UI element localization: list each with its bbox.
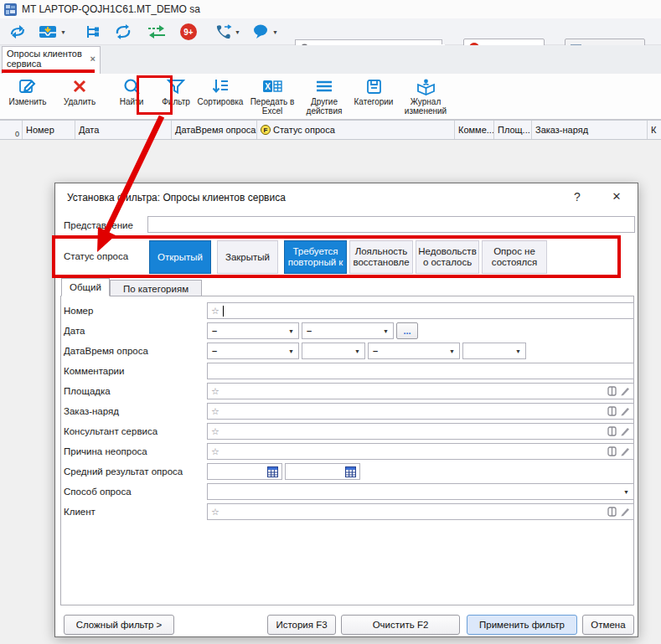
client-label: Клиент <box>64 507 96 517</box>
dialog-title: Установка фильтра: Опросы клиентов серви… <box>67 192 286 204</box>
transfer-button[interactable] <box>147 22 167 42</box>
avg-from-input[interactable] <box>207 463 282 480</box>
column-header-number[interactable]: Номер <box>23 121 75 139</box>
field-row-number: Номер ☆ <box>61 302 633 321</box>
noreason-input[interactable]: ☆ <box>207 443 634 460</box>
number-input[interactable]: ☆ <box>207 302 634 319</box>
tab-band: Опросы клиентов сервиса × <box>0 45 661 74</box>
consultant-input[interactable]: ☆ <box>207 423 634 440</box>
inbox-icon <box>38 23 58 40</box>
field-row-datetime: ДатаВремя опроса – ▼ ▼ – ▼ ▼ <box>61 343 633 361</box>
combo-value: – <box>212 346 217 356</box>
comments-input[interactable] <box>207 363 634 379</box>
filter-form-panel: Номер ☆ Дата – ▼ – ▼ ... ДатаВр <box>60 296 634 605</box>
client-input[interactable]: ☆ <box>207 503 634 520</box>
cancel-label: Отмена <box>591 620 625 630</box>
main-toolbar: ▼ 9+ ▼ <box>0 18 661 45</box>
lookup-icon[interactable] <box>607 507 617 517</box>
chevron-down-icon: ▼ <box>288 348 294 354</box>
tab-general[interactable]: Общий <box>61 278 110 296</box>
combo-value: – <box>212 326 217 336</box>
site-input[interactable]: ☆ <box>207 383 634 399</box>
tab-close-icon[interactable]: × <box>90 54 96 64</box>
export-excel-button[interactable]: X Передать в Excel <box>245 75 299 116</box>
refresh-button[interactable] <box>114 22 132 42</box>
field-row-client: Клиент ☆ <box>61 503 633 522</box>
view-label: Представление <box>64 220 133 230</box>
change-log-label: Журнал изменений <box>399 97 452 116</box>
star-icon: ☆ <box>211 446 219 457</box>
column-header-status[interactable]: F Статус опроса <box>257 121 455 139</box>
annotation-filter-button-box <box>137 75 173 115</box>
calculator-icon[interactable] <box>345 466 356 477</box>
cancel-button[interactable]: Отмена <box>582 615 634 635</box>
tab-by-categories[interactable]: По категориям <box>110 280 202 297</box>
order-input[interactable]: ☆ <box>207 403 634 420</box>
history-button[interactable]: История F3 <box>267 615 336 635</box>
column-header-order[interactable]: Заказ-наряд <box>532 121 648 139</box>
dialog-help-button[interactable]: ? <box>569 190 586 204</box>
lookup-icon[interactable] <box>607 406 617 416</box>
notification-badge: 9+ <box>180 23 197 40</box>
chevron-down-icon: ▼ <box>515 348 521 354</box>
history-label: История F3 <box>276 620 327 630</box>
date-condition-select[interactable]: – ▼ <box>207 322 299 339</box>
column-header-client[interactable]: К <box>648 121 661 139</box>
date-value-select[interactable]: – ▼ <box>302 322 394 339</box>
sort-button[interactable]: Сортировка <box>196 75 245 106</box>
lookup-icon[interactable] <box>607 446 617 456</box>
pencil-icon[interactable] <box>620 426 630 436</box>
clear-button[interactable]: Очистить F2 <box>341 615 460 635</box>
field-row-avg-result: Средний результат опроса <box>61 463 633 482</box>
comments-label: Комментарии <box>64 366 124 376</box>
view-input[interactable] <box>147 216 635 233</box>
chat-button[interactable]: ▼ <box>251 22 278 42</box>
date-ellipsis-button[interactable]: ... <box>396 322 418 339</box>
field-row-comments: Комментарии <box>61 363 633 381</box>
site-label: Площадка <box>64 386 111 396</box>
exchange-button[interactable] <box>8 22 27 42</box>
pencil-icon[interactable] <box>620 386 630 396</box>
advanced-filter-label: Сложный фильтр > <box>76 620 163 630</box>
datetime-value2-select[interactable]: ▼ <box>462 343 526 359</box>
chat-icon <box>251 23 270 40</box>
inbox-button[interactable]: ▼ <box>38 22 66 42</box>
datetime-condition1-select[interactable]: – ▼ <box>207 343 299 359</box>
datetime-condition2-select[interactable]: – ▼ <box>368 343 460 359</box>
phone-button[interactable]: ▼ <box>214 22 240 42</box>
advanced-filter-button[interactable]: Сложный фильтр > <box>64 615 174 635</box>
notifications-button[interactable]: 9+ <box>180 22 197 42</box>
datetime-label: ДатаВремя опроса <box>64 346 148 356</box>
method-select[interactable]: ▼ <box>207 483 634 500</box>
app-icon <box>4 3 17 16</box>
apply-filter-button[interactable]: Применить фильтр <box>467 615 577 635</box>
pencil-icon[interactable] <box>620 446 630 456</box>
tree-button[interactable] <box>84 22 101 42</box>
more-actions-button[interactable]: Другие действия <box>300 75 349 116</box>
column-header-comments[interactable]: Комме... <box>455 121 494 139</box>
field-row-order: Заказ-наряд ☆ <box>61 403 633 421</box>
field-row-site: Площадка ☆ <box>61 383 633 401</box>
sort-icon <box>211 75 230 97</box>
lookup-icon[interactable] <box>607 426 617 436</box>
dialog-close-button[interactable]: ✕ <box>607 190 626 203</box>
edit-label: Изменить <box>8 97 46 106</box>
change-log-button[interactable]: Журнал изменений <box>399 75 452 116</box>
filter-marker-icon: F <box>261 125 271 135</box>
calculator-icon[interactable] <box>267 466 278 477</box>
pencil-icon[interactable] <box>620 406 630 416</box>
grid-header: 0 Номер Дата ДатаВремя опроса F Статус о… <box>0 120 661 140</box>
date-label: Дата <box>64 326 85 336</box>
categories-button[interactable]: Категории <box>349 75 398 106</box>
app-window: MT LAPTOP-QOJH1C61.MT_DEMO sa ▼ <box>0 0 661 644</box>
edit-button[interactable]: Изменить <box>3 75 52 106</box>
column-header-site[interactable]: Площ... <box>494 121 532 139</box>
pencil-icon[interactable] <box>620 507 630 517</box>
lookup-icon[interactable] <box>607 386 617 396</box>
consultant-label: Консультант сервиса <box>64 426 158 436</box>
delete-button[interactable]: Удалить <box>53 75 106 106</box>
avg-to-input[interactable] <box>285 463 360 480</box>
column-header-datetime[interactable]: ДатаВремя опроса <box>172 121 257 139</box>
column-header-date[interactable]: Дата <box>75 121 172 139</box>
datetime-value1-select[interactable]: ▼ <box>302 343 365 359</box>
